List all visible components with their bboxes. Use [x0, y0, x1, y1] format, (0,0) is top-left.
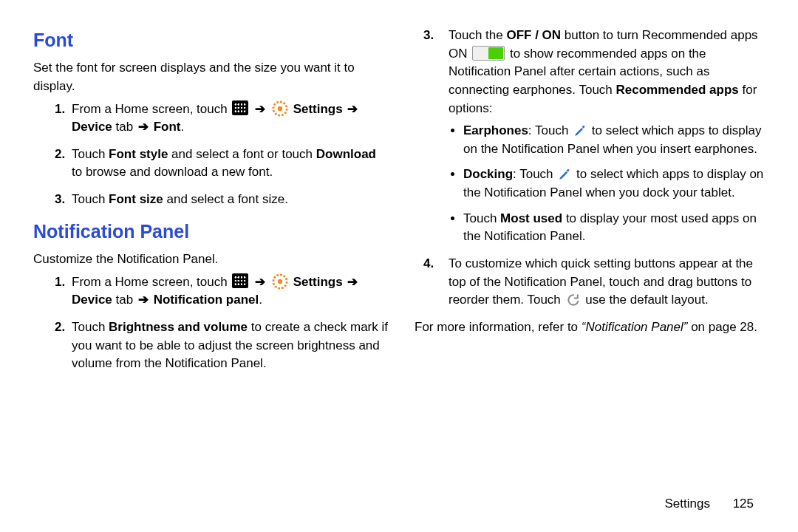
text: : Touch	[528, 123, 572, 137]
font-size-label: Font size	[109, 192, 163, 206]
arrow-icon: ➔	[346, 275, 359, 289]
page-footer: Settings 125	[664, 497, 754, 511]
text: From a Home screen, touch	[72, 102, 231, 116]
font-intro-text: Set the font for screen displays and the…	[33, 59, 388, 95]
apps-grid-icon	[232, 273, 248, 288]
text: : Touch	[513, 167, 556, 181]
text: on page 28.	[687, 320, 757, 334]
reset-arrow-icon	[566, 293, 581, 307]
earphones-label: Earphones	[463, 123, 528, 137]
text: For more information, refer to	[415, 320, 582, 334]
text: use the default layout.	[585, 293, 708, 307]
font-label: Font	[154, 120, 181, 134]
font-step-3: Touch Font size and select a font size.	[69, 191, 388, 209]
arrow-icon: ➔	[253, 102, 267, 116]
np-step-1: From a Home screen, touch ➔ Settings ➔ D…	[69, 273, 388, 310]
text: Touch the	[449, 28, 506, 42]
download-label: Download	[316, 147, 376, 161]
device-label: Device	[72, 120, 112, 134]
np-label: Notification panel	[154, 293, 259, 307]
arrow-icon: ➔	[137, 120, 150, 134]
text: Touch	[72, 192, 109, 206]
svg-point-1	[278, 106, 282, 111]
footer-section-label: Settings	[664, 497, 709, 511]
arrow-icon: ➔	[253, 275, 267, 289]
tab-word: tab	[112, 293, 137, 307]
np-step-4: To customize which quick setting buttons…	[446, 255, 765, 310]
settings-label: Settings	[293, 275, 343, 289]
toggle-on-icon	[472, 46, 505, 61]
sub-most-used: Touch Most used to display your most use…	[463, 210, 765, 246]
text: Touch	[72, 147, 109, 161]
reference-title: “Notification Panel”	[582, 320, 688, 334]
font-step-2: Touch Font style and select a font or to…	[69, 146, 388, 182]
text: Touch	[463, 211, 500, 225]
notification-panel-heading: Notification Panel	[33, 218, 388, 245]
np-steps-list: From a Home screen, touch ➔ Settings ➔ D…	[33, 273, 388, 373]
settings-label: Settings	[293, 102, 343, 116]
np-intro-text: Customize the Notification Panel.	[33, 250, 388, 269]
np-steps-continued: Touch the OFF / ON button to turn Recomm…	[410, 27, 765, 310]
docking-label: Docking	[463, 167, 513, 181]
text: From a Home screen, touch	[72, 275, 231, 289]
settings-gear-icon	[272, 100, 288, 117]
font-step-1: From a Home screen, touch ➔ Settings ➔ D…	[69, 100, 388, 137]
left-column: Font Set the font for screen displays an…	[33, 22, 388, 382]
off-on-label: OFF / ON	[506, 28, 561, 42]
settings-gear-icon	[272, 273, 288, 290]
sub-docking: Docking: Touch to select which apps to d…	[463, 166, 765, 202]
right-column: Touch the OFF / ON button to turn Recomm…	[410, 22, 765, 382]
font-style-label: Font style	[109, 147, 168, 161]
pencil-edit-icon	[573, 124, 587, 137]
manual-page: Font Set the font for screen displays an…	[0, 0, 798, 532]
arrow-icon: ➔	[137, 293, 150, 307]
device-label: Device	[72, 293, 112, 307]
most-used-label: Most used	[500, 211, 562, 225]
arrow-icon: ➔	[346, 102, 359, 116]
brightness-volume-label: Brightness and volume	[109, 320, 248, 334]
more-info-text: For more information, refer to “Notifica…	[410, 318, 765, 337]
two-column-layout: Font Set the font for screen displays an…	[0, 0, 798, 382]
sub-earphones: Earphones: Touch to select which apps to…	[463, 122, 765, 158]
tab-word: tab	[112, 120, 137, 134]
footer-page-number: 125	[733, 497, 754, 511]
recommended-apps-sublist: Earphones: Touch to select which apps to…	[449, 122, 765, 246]
text: and select a font size.	[163, 192, 288, 206]
text: and select a font or touch	[168, 147, 316, 161]
apps-grid-icon	[232, 100, 248, 115]
np-step-3: Touch the OFF / ON button to turn Recomm…	[446, 27, 765, 246]
text: Touch	[72, 320, 109, 334]
font-steps-list: From a Home screen, touch ➔ Settings ➔ D…	[33, 100, 388, 209]
pencil-edit-icon	[558, 168, 571, 181]
text: to browse and download a new font.	[72, 165, 273, 179]
np-step-2: Touch Brightness and volume to create a …	[69, 318, 388, 373]
svg-point-3	[278, 279, 282, 284]
font-heading: Font	[33, 27, 388, 53]
recommended-apps-label: Recommended apps	[616, 83, 739, 97]
